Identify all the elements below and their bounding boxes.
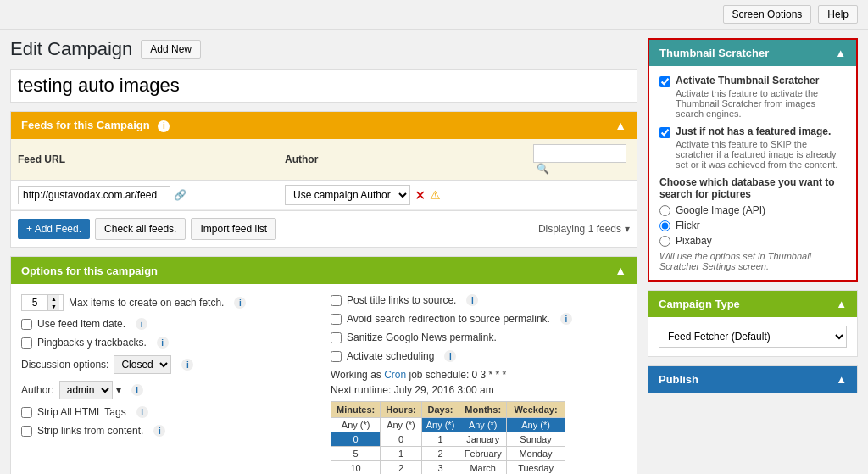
author-label: Author: [21, 384, 54, 396]
featured-image-text: Just if not has a featured image. Activa… [676, 125, 846, 170]
cal-row-3: 10 2 3 March Tuesday [331, 461, 565, 475]
avoid-redirection-info[interactable]: i [560, 313, 572, 325]
thumbnail-scratcher-header[interactable]: Thumbnail Scratcher ▲ [649, 40, 856, 66]
max-items-up[interactable]: ▲ [47, 295, 59, 303]
google-image-radio[interactable] [659, 205, 670, 216]
discussion-row: Discussion options: Closed i [21, 355, 317, 374]
campaign-type-select[interactable]: Feed Fetcher (Default) [659, 326, 847, 348]
cal-hours-2[interactable]: 2 [381, 461, 421, 475]
scheduling-info[interactable]: i [444, 350, 456, 362]
cal-hours-any[interactable]: Any (*) [381, 418, 421, 432]
activate-scratcher-checkbox[interactable] [659, 76, 670, 87]
cal-weekday-mon[interactable]: Monday [507, 447, 565, 461]
cal-minutes-0[interactable]: 0 [331, 432, 381, 447]
cal-days-2[interactable]: 2 [421, 447, 459, 461]
flickr-row: Flickr [659, 220, 846, 231]
pixabay-radio[interactable] [659, 236, 670, 247]
thumbnail-scratcher-body: Activate Thumbnail Scratcher Activate th… [649, 66, 856, 280]
author-select[interactable]: admin [59, 381, 113, 399]
strip-html-checkbox[interactable] [21, 407, 32, 418]
cal-months-any[interactable]: Any (*) [459, 418, 507, 432]
cal-months-jan[interactable]: January [459, 432, 507, 447]
publish-collapse[interactable]: ▲ [836, 373, 847, 386]
strip-links-row: Strip links from content. i [21, 425, 317, 437]
sanitize-google-checkbox[interactable] [331, 332, 342, 343]
use-feed-date-row: Use feed item date. i [21, 318, 317, 330]
use-feed-date-checkbox[interactable] [21, 319, 32, 330]
options-collapse-arrow[interactable]: ▲ [615, 264, 626, 277]
use-feed-date-label: Use feed item date. [37, 318, 125, 330]
flickr-radio[interactable] [659, 220, 670, 231]
campaign-type-panel: Campaign Type ▲ Feed Fetcher (Default) [648, 290, 858, 357]
remove-feed-icon[interactable]: ✕ [415, 187, 426, 204]
feeds-section-header[interactable]: Feeds for this Campaign i ▲ [11, 112, 637, 139]
link-icon[interactable]: 🔗 [174, 189, 186, 201]
google-image-row: Google Image (API) [659, 204, 846, 216]
campaign-type-collapse[interactable]: ▲ [836, 298, 847, 310]
feeds-section: Feeds for this Campaign i ▲ Feed URL Aut… [10, 111, 637, 248]
calendar-wrap: Minutes: Hours: Days: Months: Weekday: [331, 401, 626, 474]
cal-days-any[interactable]: Any (*) [421, 418, 459, 432]
feeds-info-icon[interactable]: i [158, 120, 170, 132]
discussion-label: Discussion options: [21, 359, 108, 371]
author-info[interactable]: i [131, 384, 143, 396]
pingbacks-info[interactable]: i [157, 337, 169, 349]
cal-weekday-sun[interactable]: Sunday [507, 432, 565, 447]
max-items-spinner[interactable]: ▲ ▼ [21, 294, 64, 311]
post-title-info[interactable]: i [466, 294, 478, 306]
cal-months-mar[interactable]: March [459, 461, 507, 475]
screen-options-button[interactable]: Screen Options [723, 5, 812, 24]
add-new-button[interactable]: Add New [141, 40, 201, 59]
max-items-info-icon[interactable]: i [234, 297, 246, 309]
import-feed-list-button[interactable]: Import feed list [191, 218, 276, 240]
page-title: Edit Campaign [10, 38, 132, 60]
search-icon[interactable]: 🔍 [537, 163, 549, 175]
cron-link[interactable]: Cron [384, 369, 406, 381]
feeds-dropdown-arrow[interactable]: ▾ [625, 223, 630, 235]
cal-days-1[interactable]: 1 [421, 432, 459, 447]
campaign-type-header[interactable]: Campaign Type ▲ [648, 291, 857, 317]
max-items-input[interactable] [22, 295, 47, 310]
db-label: Choose which database you want to search… [659, 176, 846, 200]
strip-html-info[interactable]: i [136, 406, 148, 418]
strip-links-checkbox[interactable] [21, 426, 32, 437]
feed-search-input[interactable] [533, 144, 626, 163]
feeds-collapse-arrow[interactable]: ▲ [615, 119, 626, 132]
cal-minutes-10[interactable]: 10 [331, 461, 381, 475]
cal-hours-0[interactable]: 0 [381, 432, 421, 447]
cal-row-any: Any (*) Any (*) Any (*) Any (*) Any (*) [331, 418, 565, 432]
cal-minutes-any[interactable]: Any (*) [331, 418, 381, 432]
use-feed-date-info[interactable]: i [136, 318, 147, 330]
cal-minutes-5[interactable]: 5 [331, 447, 381, 461]
campaign-name-input[interactable] [10, 69, 637, 103]
db-note: Will use the options set in Thumbnail Sc… [659, 251, 846, 271]
publish-header[interactable]: Publish ▲ [648, 366, 857, 393]
strip-html-row: Strip All HTML Tags i [21, 406, 317, 418]
feed-url-input[interactable] [18, 186, 170, 204]
cal-weekday-tue[interactable]: Tuesday [507, 461, 565, 475]
pingbacks-checkbox[interactable] [21, 337, 32, 349]
cal-months-feb[interactable]: February [459, 447, 507, 461]
cal-weekday-any[interactable]: Any (*) [507, 418, 565, 432]
activate-scheduling-checkbox[interactable] [331, 351, 342, 362]
options-section-header[interactable]: Options for this campaign ▲ [11, 257, 637, 284]
cal-hours-1[interactable]: 1 [381, 447, 421, 461]
author-dropdown-arrow[interactable]: ▾ [116, 384, 121, 396]
cal-days-3[interactable]: 3 [421, 461, 459, 475]
discussion-info[interactable]: i [181, 359, 193, 371]
add-feed-button[interactable]: + Add Feed. [18, 219, 90, 239]
max-items-down[interactable]: ▼ [47, 303, 59, 310]
post-title-links-checkbox[interactable] [331, 295, 342, 306]
check-all-feeds-button[interactable]: Check all feeds. [95, 218, 186, 240]
avoid-redirection-checkbox[interactable] [331, 314, 342, 325]
help-button[interactable]: Help [818, 5, 858, 24]
activate-scratcher-row: Activate Thumbnail Scratcher Activate th… [659, 75, 846, 119]
thumbnail-scratcher-collapse[interactable]: ▲ [835, 47, 846, 59]
discussion-select[interactable]: Closed [114, 355, 171, 374]
publish-title: Publish [659, 373, 698, 386]
feed-author-select[interactable]: Use campaign Author [285, 185, 410, 205]
cron-text: Working as Cron job schedule: 0 3 * * * [331, 369, 626, 381]
strip-links-info[interactable]: i [153, 425, 165, 437]
featured-image-checkbox[interactable] [659, 127, 670, 138]
top-bar: Screen Options Help [0, 0, 868, 30]
